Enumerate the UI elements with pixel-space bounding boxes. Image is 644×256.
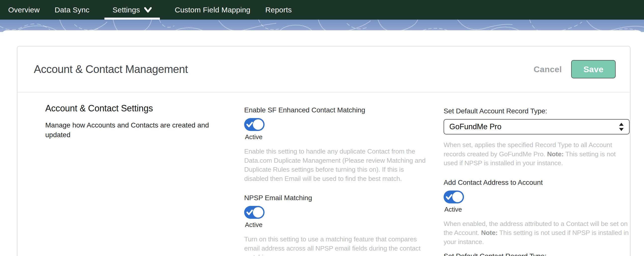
check-icon	[446, 194, 452, 200]
contact-address-toggle[interactable]	[444, 191, 464, 203]
npsp-email-description: Turn on this setting to use a matching f…	[244, 235, 427, 256]
sf-matching-description: Enable this setting to handle any duplic…	[244, 147, 427, 183]
toggle-knob	[253, 207, 263, 218]
default-record-type-select[interactable]: GoFundMe Pro	[444, 119, 630, 134]
note-label: Note:	[547, 150, 564, 158]
setting-sf-enhanced-matching: Enable SF Enhanced Contact Matching Acti…	[244, 106, 427, 183]
setting-npsp-email-matching: NPSP Email Matching Active Turn on this …	[244, 194, 427, 256]
contact-address-label: Add Contact Address to Account	[444, 179, 630, 187]
select-value: GoFundMe Pro	[449, 122, 619, 131]
active-tab-underline	[104, 18, 160, 20]
check-icon	[246, 122, 253, 128]
content-panel: Account & Contact Management Cancel Save…	[1, 30, 643, 256]
sf-matching-toggle[interactable]	[244, 118, 264, 131]
note-label: Note:	[481, 229, 498, 236]
default-record-type-description: When set, applies the specified Record T…	[444, 140, 630, 168]
contact-address-state-label: Active	[444, 206, 630, 213]
npsp-email-toggle[interactable]	[244, 206, 264, 219]
npsp-email-label: NPSP Email Matching	[244, 194, 427, 202]
section-heading: Account & Contact Settings	[45, 103, 210, 114]
nav-item-custom-field-mapping[interactable]: Custom Field Mapping	[175, 0, 250, 20]
nav-item-reports[interactable]: Reports	[265, 0, 292, 20]
npsp-email-state-label: Active	[244, 221, 427, 229]
sf-matching-toggle-wrap: Active	[244, 118, 427, 141]
toggle-knob	[452, 192, 463, 202]
sf-matching-label: Enable SF Enhanced Contact Matching	[244, 106, 427, 114]
app-screen: Overview Data Sync Settings Custom Field…	[0, 0, 644, 256]
setting-default-account-record-type: Set Default Account Record Type: GoFundM…	[444, 107, 630, 168]
select-spinner-icon	[619, 123, 624, 131]
nav-item-settings-label: Settings	[113, 6, 140, 14]
check-icon	[246, 209, 253, 215]
cancel-button[interactable]: Cancel	[534, 64, 562, 74]
top-nav: Overview Data Sync Settings Custom Field…	[0, 0, 644, 20]
npsp-email-toggle-wrap: Active	[244, 206, 427, 229]
header-actions: Cancel Save	[534, 60, 616, 78]
chevron-down-icon	[144, 7, 152, 13]
default-record-type-label: Set Default Account Record Type:	[444, 107, 630, 115]
contact-address-toggle-wrap: Active	[444, 191, 630, 213]
account-settings-column: Set Default Account Record Type: GoFundM…	[444, 107, 630, 256]
setting-add-contact-address: Add Contact Address to Account Active	[444, 179, 630, 247]
contact-address-description: When enabled, the address attributed to …	[444, 219, 630, 247]
nav-item-overview[interactable]: Overview	[8, 0, 40, 20]
nav-item-data-sync[interactable]: Data Sync	[55, 0, 90, 20]
page-title: Account & Contact Management	[34, 63, 188, 75]
settings-card: Account & Contact Management Cancel Save…	[17, 46, 630, 256]
matching-settings-column: Enable SF Enhanced Contact Matching Acti…	[244, 106, 427, 256]
next-setting-label-cutoff: Set Default Contact Record Type:	[444, 252, 630, 256]
toggle-knob	[253, 119, 263, 130]
section-subheading: Manage how Accounts and Contacts are cre…	[45, 120, 210, 140]
sf-matching-state-label: Active	[244, 133, 427, 141]
card-header: Account & Contact Management Cancel Save	[18, 46, 630, 92]
section-intro-column: Account & Contact Settings Manage how Ac…	[45, 103, 210, 140]
save-button[interactable]: Save	[571, 60, 616, 78]
nav-item-settings[interactable]: Settings	[104, 0, 160, 20]
